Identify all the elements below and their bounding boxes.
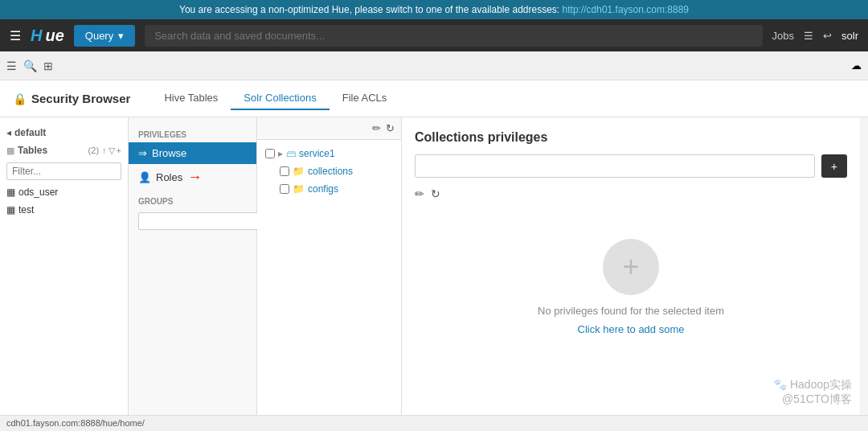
- plus-icon: +: [622, 250, 639, 284]
- middle-panel-header: ✏ ↻: [257, 117, 401, 140]
- tables-label: Tables: [18, 145, 85, 156]
- add-privilege-button[interactable]: +: [821, 154, 847, 178]
- service1-name: service1: [299, 148, 335, 159]
- add-table-icon[interactable]: +: [117, 146, 121, 156]
- table-icon-test: ▦: [6, 204, 15, 216]
- browse-label: Browse: [152, 147, 186, 159]
- panel-header: ◂ default: [0, 124, 128, 142]
- main-layout: ◂ default ▦ Tables (2) ↑ ▽ + ▦ ods_user …: [0, 117, 868, 431]
- sort-icon[interactable]: ↑: [102, 146, 107, 156]
- tab-hive-tables[interactable]: Hive Tables: [151, 87, 231, 110]
- tables-icon: ▦: [6, 146, 14, 156]
- cloud-icon[interactable]: ☁: [851, 60, 862, 72]
- empty-state: + No privileges found for the selected i…: [415, 207, 847, 367]
- logo: Hue: [31, 27, 64, 45]
- collections-area: ▸ 🗃 service1 📁 collections 📁 configs: [257, 140, 401, 203]
- edit-icon[interactable]: ✏: [415, 187, 424, 200]
- table-item[interactable]: ▦ ods_user: [0, 183, 128, 201]
- status-bar: cdh01.fayson.com:8888/hue/home/: [0, 415, 868, 431]
- privilege-search-input[interactable]: [415, 154, 815, 178]
- browse-icon: ⇒: [138, 147, 147, 159]
- secondary-toolbar: ☰ 🔍 ⊞ ☁: [0, 51, 868, 80]
- header-right: Jobs ☰ ↩ solr: [772, 30, 858, 42]
- collections-checkbox[interactable]: [280, 166, 289, 176]
- jobs-label[interactable]: Jobs: [772, 30, 794, 42]
- grid-icon[interactable]: ⊞: [43, 60, 53, 72]
- service1-db-icon: 🗃: [286, 148, 296, 159]
- pencil-icon[interactable]: ✏: [372, 122, 381, 134]
- configs-checkbox[interactable]: [280, 184, 289, 194]
- tables-header: ▦ Tables (2) ↑ ▽ +: [0, 142, 128, 159]
- add-circle-icon[interactable]: +: [603, 239, 659, 295]
- hamburger-small-icon[interactable]: ☰: [6, 60, 17, 72]
- query-label: Query: [85, 30, 113, 42]
- toolbar-right: ☁: [851, 60, 862, 72]
- refresh-icon[interactable]: ↻: [386, 122, 395, 134]
- jobs-icon[interactable]: ☰: [804, 30, 813, 42]
- add-icon: +: [831, 160, 837, 173]
- empty-text: No privileges found for the selected ite…: [538, 305, 724, 317]
- sidebar-item-browse[interactable]: ⇒ Browse: [129, 142, 256, 164]
- collections-folder-icon: 📁: [293, 166, 305, 177]
- table-item[interactable]: ▦ test: [0, 201, 128, 219]
- undo-icon[interactable]: ↩: [823, 30, 832, 42]
- logo-h: H: [31, 27, 42, 45]
- logo-ue: ue: [45, 27, 63, 45]
- user-label[interactable]: solr: [841, 30, 858, 42]
- privileges-title: PRIVILEGES: [129, 127, 256, 142]
- chevron-down-icon: ▾: [118, 30, 124, 42]
- table-actions: ↑ ▽ +: [102, 146, 121, 156]
- search-row: +: [415, 154, 847, 178]
- hamburger-icon[interactable]: ☰: [10, 28, 21, 43]
- table-icon-ods: ▦: [6, 187, 15, 198]
- roles-icon: 👤: [138, 171, 151, 183]
- sidebar-item-roles[interactable]: 👤 Roles →: [129, 164, 256, 191]
- watermark: 🐾 Hadoop实操 @51CTO博客: [773, 378, 852, 407]
- privilege-toolbar: ✏ ↻: [415, 187, 847, 200]
- notification-text: You are accessing a non-optimized Hue, p…: [179, 4, 559, 15]
- roles-label: Roles: [156, 171, 182, 183]
- search-icon[interactable]: 🔍: [23, 60, 37, 72]
- notification-bar: You are accessing a non-optimized Hue, p…: [0, 0, 868, 19]
- filter-icon[interactable]: ▽: [108, 146, 115, 156]
- tab-file-acls[interactable]: File ACLs: [330, 87, 400, 110]
- notification-link[interactable]: http://cdh01.fayson.com:8889: [563, 4, 689, 15]
- lock-icon: 🔒: [13, 92, 27, 105]
- status-url: cdh01.fayson.com:8888/hue/home/: [6, 418, 145, 428]
- collections-name: collections: [308, 166, 353, 177]
- add-some-link[interactable]: Click here to add some: [578, 323, 685, 335]
- toolbar-icons: ☰ 🔍 ⊞: [6, 60, 53, 72]
- collection-service1[interactable]: ▸ 🗃 service1: [264, 145, 395, 162]
- groups-input[interactable]: [138, 212, 270, 230]
- left-sidebar: PRIVILEGES ⇒ Browse 👤 Roles → GROUPS ▾: [129, 117, 257, 431]
- filter-input[interactable]: [6, 162, 121, 180]
- groups-title: GROUPS: [129, 191, 256, 209]
- middle-panel: ✏ ↻ ▸ 🗃 service1 📁 collections 📁 configs: [257, 117, 402, 431]
- breadcrumb-bar: 🔒 Security Browser Hive Tables Solr Coll…: [0, 80, 868, 117]
- table-name-test: test: [18, 204, 34, 216]
- content-title: Collections privileges: [415, 130, 847, 145]
- service1-expand-icon[interactable]: ▸: [278, 148, 283, 159]
- configs-folder-icon: 📁: [293, 183, 305, 195]
- tab-solr-collections[interactable]: Solr Collections: [231, 87, 329, 110]
- refresh-privileges-icon[interactable]: ↻: [431, 187, 440, 200]
- search-input[interactable]: [145, 25, 762, 47]
- collection-collections[interactable]: 📁 collections: [264, 162, 395, 180]
- right-scrollbar[interactable]: [860, 117, 868, 431]
- watermark-line2: @51CTO博客: [773, 392, 852, 407]
- tables-count: (2): [88, 146, 99, 155]
- table-name-ods: ods_user: [18, 187, 58, 198]
- main-header: ☰ Hue Query ▾ Jobs ☰ ↩ solr: [0, 19, 868, 51]
- chevron-left-icon[interactable]: ◂: [6, 127, 11, 138]
- configs-name: configs: [308, 183, 338, 195]
- groups-input-area: ▾: [129, 209, 256, 233]
- arrow-right-icon: →: [187, 169, 202, 186]
- tables-panel: ◂ default ▦ Tables (2) ↑ ▽ + ▦ ods_user …: [0, 117, 129, 431]
- collection-configs[interactable]: 📁 configs: [264, 180, 395, 198]
- breadcrumb-title: Security Browser: [31, 92, 130, 105]
- nav-tabs: Hive Tables Solr Collections File ACLs: [151, 87, 399, 110]
- default-label: default: [14, 127, 121, 138]
- query-button[interactable]: Query ▾: [74, 25, 135, 47]
- service1-checkbox[interactable]: [265, 149, 275, 158]
- watermark-line1: 🐾 Hadoop实操: [773, 378, 852, 392]
